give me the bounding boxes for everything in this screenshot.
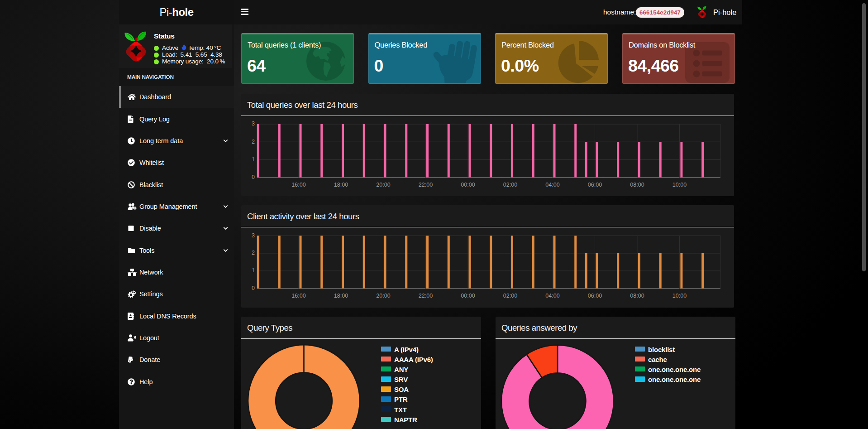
- svg-text:3: 3: [252, 232, 255, 238]
- svg-text:20:00: 20:00: [376, 181, 390, 188]
- svg-text:02:00: 02:00: [503, 181, 517, 188]
- svg-text:3: 3: [252, 121, 255, 127]
- svg-text:02:00: 02:00: [503, 292, 517, 299]
- svg-text:04:00: 04:00: [545, 292, 559, 299]
- svg-text:06:00: 06:00: [588, 292, 602, 299]
- svg-text:08:00: 08:00: [630, 181, 644, 188]
- svg-text:2: 2: [252, 250, 255, 256]
- svg-text:04:00: 04:00: [545, 181, 559, 188]
- svg-text:16:00: 16:00: [291, 292, 305, 299]
- svg-text:1: 1: [252, 267, 255, 274]
- svg-text:22:00: 22:00: [419, 292, 433, 299]
- svg-text:20:00: 20:00: [376, 292, 390, 299]
- svg-text:0: 0: [252, 174, 255, 180]
- svg-text:18:00: 18:00: [334, 181, 348, 188]
- svg-text:10:00: 10:00: [672, 181, 687, 188]
- svg-text:00:00: 00:00: [461, 181, 475, 188]
- svg-text:2: 2: [252, 138, 255, 145]
- svg-text:10:00: 10:00: [672, 292, 687, 299]
- svg-text:16:00: 16:00: [291, 181, 305, 188]
- svg-text:22:00: 22:00: [419, 181, 433, 188]
- svg-text:18:00: 18:00: [334, 292, 348, 299]
- svg-text:00:00: 00:00: [461, 292, 475, 299]
- svg-text:06:00: 06:00: [588, 181, 602, 188]
- svg-text:0: 0: [252, 285, 255, 291]
- svg-text:1: 1: [252, 156, 255, 162]
- svg-text:08:00: 08:00: [630, 292, 644, 299]
